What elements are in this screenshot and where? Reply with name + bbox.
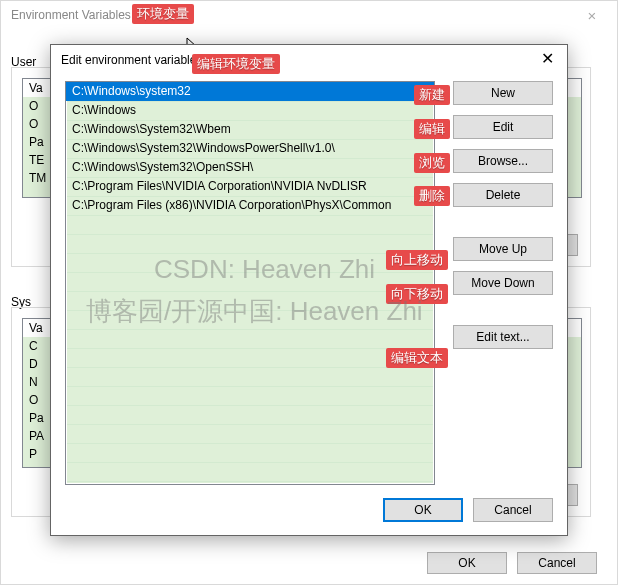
edit-env-var-dialog: Edit environment variable ✕ C:\Windows\s… — [50, 44, 568, 536]
modal-close-button[interactable]: ✕ — [527, 45, 567, 75]
path-entry[interactable]: C:\Program Files (x86)\NVIDIA Corporatio… — [66, 196, 434, 215]
edit-text-button[interactable]: Edit text... — [453, 325, 553, 349]
modal-cancel-button[interactable]: Cancel — [473, 498, 553, 522]
side-buttons: New Edit Browse... Delete Move Up Move D… — [453, 81, 553, 359]
new-button[interactable]: New — [453, 81, 553, 105]
path-entries-list[interactable]: C:\Windows\system32C:\WindowsC:\Windows\… — [65, 81, 435, 485]
path-entry[interactable]: C:\Windows\system32 — [66, 82, 434, 101]
path-entry[interactable]: C:\Windows\System32\Wbem — [66, 120, 434, 139]
modal-ok-button[interactable]: OK — [383, 498, 463, 522]
modal-footer: OK Cancel — [51, 485, 567, 535]
outer-title-bar: Environment Variables × — [1, 1, 617, 29]
path-entry[interactable]: C:\Windows\System32\OpenSSH\ — [66, 158, 434, 177]
path-entry[interactable]: C:\Windows\System32\WindowsPowerShell\v1… — [66, 139, 434, 158]
outer-ok-button[interactable]: OK — [427, 552, 507, 574]
outer-close-button[interactable]: × — [577, 7, 607, 24]
modal-title-bar: Edit environment variable ✕ — [51, 45, 567, 75]
path-entries-container: C:\Windows\system32C:\WindowsC:\Windows\… — [66, 82, 434, 215]
outer-title: Environment Variables — [11, 8, 131, 22]
path-entry[interactable]: C:\Windows — [66, 101, 434, 120]
browse-button[interactable]: Browse... — [453, 149, 553, 173]
edit-button[interactable]: Edit — [453, 115, 553, 139]
move-down-button[interactable]: Move Down — [453, 271, 553, 295]
move-up-button[interactable]: Move Up — [453, 237, 553, 261]
delete-button[interactable]: Delete — [453, 183, 553, 207]
outer-cancel-button[interactable]: Cancel — [517, 552, 597, 574]
modal-title: Edit environment variable — [61, 53, 196, 67]
path-entry[interactable]: C:\Program Files\NVIDIA Corporation\NVID… — [66, 177, 434, 196]
